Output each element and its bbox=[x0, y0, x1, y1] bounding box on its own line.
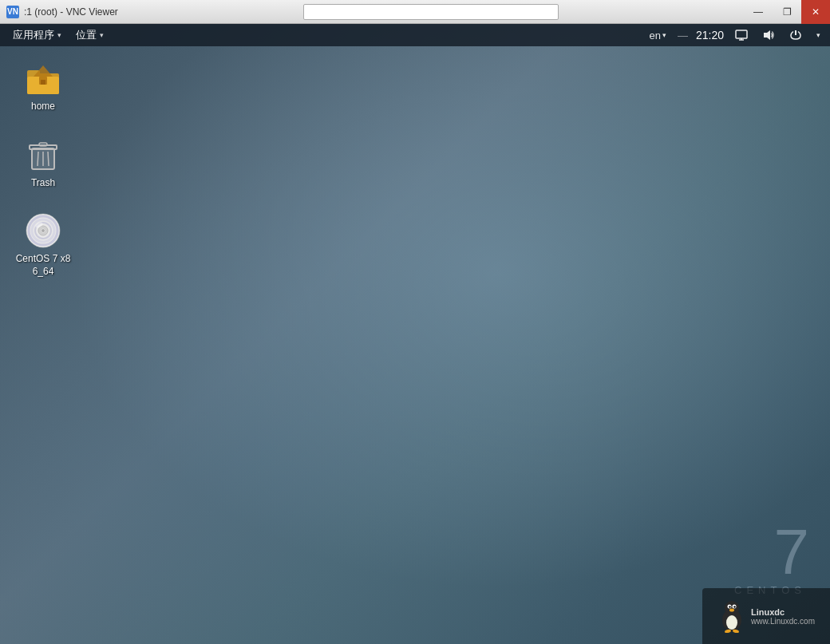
tux-area: Linuxdc www.Linuxdc.com bbox=[717, 599, 815, 633]
places-menu-button[interactable]: 位置 ▾ bbox=[69, 26, 110, 44]
centos-dvd-label: CentOS 7 x86_64 bbox=[14, 253, 72, 278]
trash-icon-img bbox=[24, 136, 62, 174]
svg-point-23 bbox=[42, 229, 45, 232]
lang-label: en bbox=[649, 30, 660, 41]
linuxdc-content: Linuxdc www.Linuxdc.com bbox=[717, 599, 815, 633]
minimize-button[interactable]: — bbox=[744, 0, 773, 24]
trash-label: Trash bbox=[31, 177, 55, 190]
trash-icon[interactable]: Trash bbox=[11, 132, 75, 193]
vnc-window: 应用程序 ▾ 位置 ▾ en ▾ — 21:20 bbox=[0, 24, 830, 644]
trash-svg bbox=[26, 137, 61, 172]
panel-left: 应用程序 ▾ 位置 ▾ bbox=[6, 26, 110, 44]
lang-button[interactable]: en ▾ bbox=[646, 28, 669, 43]
close-button[interactable]: ✕ bbox=[801, 0, 830, 24]
desktop[interactable]: 应用程序 ▾ 位置 ▾ en ▾ — 21:20 bbox=[0, 24, 830, 644]
svg-point-30 bbox=[729, 606, 730, 607]
title-controls: — ❐ ✕ bbox=[744, 0, 830, 24]
apps-caret: ▾ bbox=[57, 31, 61, 39]
screen-icon bbox=[735, 29, 748, 41]
home-folder-svg bbox=[24, 59, 62, 97]
centos-dvd-icon[interactable]: CentOS 7 x86_64 bbox=[11, 208, 75, 281]
lang-caret: ▾ bbox=[662, 31, 666, 39]
cd-svg bbox=[25, 212, 61, 249]
linuxdc-watermark: Linuxdc www.Linuxdc.com bbox=[702, 588, 830, 644]
svg-line-12 bbox=[38, 152, 38, 166]
volume-button[interactable] bbox=[759, 27, 778, 43]
power-caret-button[interactable]: ▾ bbox=[813, 30, 824, 41]
home-label: home bbox=[31, 101, 55, 113]
panel-right: en ▾ — 21:20 bbox=[646, 27, 824, 43]
title-text: :1 (root) - VNC Viewer bbox=[24, 6, 118, 18]
svg-point-31 bbox=[733, 606, 735, 607]
apps-menu-button[interactable]: 应用程序 ▾ bbox=[6, 26, 68, 44]
panel-separator-1: — bbox=[678, 30, 688, 41]
power-button[interactable] bbox=[786, 27, 805, 43]
title-bar: VN :1 (root) - VNC Viewer — ❐ ✕ bbox=[0, 0, 830, 24]
linuxdc-text-area: Linuxdc www.Linuxdc.com bbox=[751, 607, 815, 626]
svg-line-14 bbox=[48, 152, 49, 166]
power-icon bbox=[789, 29, 802, 41]
places-label: 位置 bbox=[76, 28, 97, 42]
home-icon-img bbox=[24, 59, 62, 97]
volume-icon bbox=[762, 29, 775, 41]
svg-point-26 bbox=[726, 615, 737, 630]
top-panel: 应用程序 ▾ 位置 ▾ en ▾ — 21:20 bbox=[0, 24, 830, 46]
svg-rect-0 bbox=[736, 30, 747, 38]
address-bar bbox=[303, 4, 559, 20]
panel-clock: 21:20 bbox=[696, 29, 724, 41]
svg-point-32 bbox=[729, 609, 734, 612]
linuxdc-site: www.Linuxdc.com bbox=[751, 617, 815, 626]
svg-rect-9 bbox=[41, 80, 45, 85]
cd-icon-img bbox=[24, 211, 62, 250]
title-bar-address bbox=[118, 4, 744, 20]
svg-marker-3 bbox=[764, 30, 770, 40]
apps-label: 应用程序 bbox=[13, 28, 54, 42]
title-bar-left: VN :1 (root) - VNC Viewer bbox=[6, 6, 118, 18]
maximize-button[interactable]: ❐ bbox=[773, 0, 801, 24]
linuxdc-label: Linuxdc bbox=[751, 607, 815, 617]
home-icon[interactable]: home bbox=[11, 56, 75, 117]
desktop-icons: home bbox=[11, 56, 75, 289]
centos-watermark: 7 CENTOS bbox=[734, 520, 806, 596]
power-caret: ▾ bbox=[816, 31, 820, 39]
svg-point-27 bbox=[725, 601, 739, 615]
screen-button[interactable] bbox=[732, 27, 751, 43]
centos-version-number: 7 bbox=[734, 520, 806, 584]
places-caret: ▾ bbox=[100, 31, 104, 39]
tux-svg bbox=[717, 599, 746, 633]
app-icon: VN bbox=[6, 6, 19, 18]
